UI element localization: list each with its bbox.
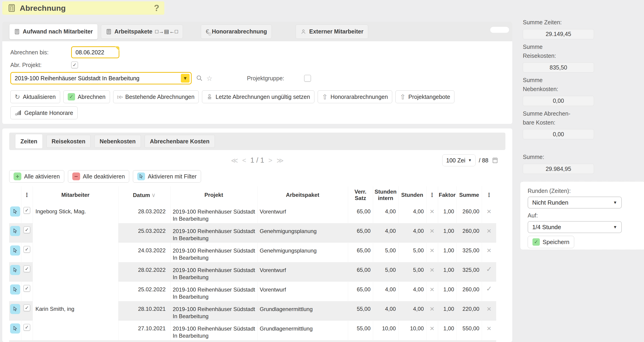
abrechnen-button[interactable]: ✓ Abrechnen bbox=[63, 90, 110, 103]
verr-satz-cell: 65,00 bbox=[348, 204, 373, 223]
favorite-star-icon[interactable]: ☆ bbox=[206, 74, 212, 82]
remove-summe-icon[interactable]: × bbox=[487, 246, 492, 255]
aktualisieren-button[interactable]: ↻ Aktualisieren bbox=[10, 90, 60, 103]
summe-reisekosten-label: Summe Reisekosten: bbox=[523, 42, 594, 60]
projekt-cell: 2019-100 Reihenhäuser Südstadt In Bearbe… bbox=[170, 262, 257, 282]
mitarbeiter-cell: Karin Smith, ing bbox=[32, 301, 118, 340]
tab-arbeitspakete[interactable]: Arbeitspakete □→▤←□ bbox=[101, 24, 183, 39]
alle-aktivieren-button[interactable]: + Alle aktivieren bbox=[9, 170, 64, 183]
remove-summe-icon[interactable]: × bbox=[487, 304, 492, 313]
header-stunden-intern[interactable]: Stunden intern bbox=[373, 186, 398, 204]
header-summe[interactable]: Summe bbox=[456, 186, 482, 204]
runden-select[interactable]: Nicht Runden ▼ bbox=[528, 197, 622, 209]
row-cursor-icon[interactable] bbox=[10, 265, 20, 275]
bestehende-abrechnungen-button[interactable]: ▷▷ Bestehende Abrechnungen bbox=[113, 90, 199, 103]
auf-select[interactable]: 1/4 Stunde ▼ bbox=[528, 221, 622, 233]
projektangebote-button[interactable]: ⇧ Projektangebote bbox=[396, 90, 454, 103]
tab-externer-mitarbeiter[interactable]: Externer Mitarbeiter bbox=[296, 24, 368, 39]
arrow-up-icon: ⇧ bbox=[400, 93, 406, 101]
search-icon[interactable] bbox=[196, 74, 203, 82]
tab-abrechenbare-kosten[interactable]: Abrechenbare Kosten bbox=[144, 135, 215, 148]
remove-stunden-icon[interactable]: × bbox=[430, 324, 434, 333]
header-stunden[interactable]: Stunden bbox=[398, 186, 426, 204]
remove-summe-icon[interactable]: × bbox=[487, 226, 492, 235]
letzte-abrechnungen-ungueltig-button[interactable]: Letzte Abrechnungen ungültig setzen bbox=[202, 90, 314, 103]
abrechnen-bis-input[interactable] bbox=[71, 46, 119, 58]
pagination-bar: ≪ < 1 / 1 > ≫ 100 Zei ▼ / 88 bbox=[9, 153, 506, 168]
table-grid-icon[interactable] bbox=[492, 157, 498, 164]
remove-stunden-icon[interactable]: × bbox=[430, 304, 434, 313]
tab-label: Arbeitspakete bbox=[114, 28, 152, 35]
summe-confirmed-icon[interactable]: ✓ bbox=[486, 265, 492, 273]
header-faktor[interactable]: Faktor bbox=[438, 186, 456, 204]
help-icon[interactable]: ? bbox=[154, 3, 159, 13]
column-menu-icon[interactable]: ⋮ bbox=[482, 186, 496, 204]
row-cursor-icon[interactable] bbox=[10, 226, 20, 236]
remove-stunden-icon[interactable]: × bbox=[430, 207, 434, 216]
remove-summe-icon[interactable]: × bbox=[487, 324, 492, 333]
header-verr-satz[interactable]: Verr. Satz bbox=[348, 186, 373, 204]
stunden-cell: 4,00 bbox=[398, 223, 426, 243]
header-mitarbeiter[interactable]: Mitarbeiter bbox=[32, 186, 118, 204]
column-menu-icon[interactable]: ⋮ bbox=[21, 186, 32, 204]
remove-stunden-icon[interactable]: × bbox=[430, 265, 434, 274]
tab-strip-scrollbar[interactable] bbox=[490, 27, 509, 33]
row-cursor-icon[interactable] bbox=[10, 206, 20, 217]
next-page-icon[interactable]: > bbox=[268, 156, 272, 164]
summe-confirmed-icon[interactable]: ✓ bbox=[486, 285, 492, 293]
arbeitspaket-cell: Vorentwurf bbox=[257, 282, 348, 301]
filter-form: Abrechnen bis: Abr. Projekt: ✓ 2019-100 … bbox=[2, 41, 512, 119]
row-checkbox[interactable]: ✓ bbox=[24, 324, 30, 331]
remove-stunden-icon[interactable]: × bbox=[430, 226, 434, 235]
remove-stunden-icon[interactable]: × bbox=[430, 285, 434, 294]
honorarabrechnungen-button[interactable]: ⇧ Honorarabrechnungen bbox=[318, 90, 392, 103]
row-cursor-icon[interactable] bbox=[10, 285, 20, 295]
prev-page-icon[interactable]: < bbox=[242, 156, 246, 164]
chevron-down-icon: ▼ bbox=[613, 225, 617, 230]
row-cursor-icon[interactable] bbox=[10, 324, 20, 334]
remove-summe-icon[interactable]: × bbox=[487, 207, 492, 216]
remove-stunden-icon[interactable]: × bbox=[430, 246, 434, 255]
tab-aufwand-nach-mitarbeiter[interactable]: Aufwand nach Mitarbeiter bbox=[9, 24, 98, 39]
row-cursor-icon[interactable] bbox=[10, 304, 20, 314]
stunden-intern-cell: 4,00 bbox=[373, 223, 398, 243]
stunden-cell: 4,00 bbox=[398, 204, 426, 223]
tab-zeiten[interactable]: Zeiten bbox=[15, 134, 43, 149]
row-checkbox[interactable]: ✓ bbox=[24, 285, 30, 292]
verr-satz-cell: 65,00 bbox=[348, 223, 373, 243]
stunden-intern-cell: 4,00 bbox=[373, 204, 398, 223]
geplante-honorare-button[interactable]: Geplante Honorare bbox=[10, 106, 78, 119]
column-menu-icon[interactable]: ⋮ bbox=[426, 186, 438, 204]
row-checkbox[interactable]: ✓ bbox=[24, 226, 30, 233]
row-checkbox[interactable]: ✓ bbox=[24, 246, 30, 253]
stamp-icon bbox=[206, 93, 213, 100]
stunden-intern-cell: 5,00 bbox=[373, 243, 398, 262]
tab-nebenkosten[interactable]: Nebenkosten bbox=[94, 135, 141, 148]
last-page-icon[interactable]: ≫ bbox=[276, 156, 284, 164]
row-checkbox[interactable]: ✓ bbox=[24, 265, 30, 272]
alle-deaktivieren-button[interactable]: − Alle deaktivieren bbox=[68, 170, 129, 183]
summe-abrechenbare-kosten-value: 0,00 bbox=[523, 129, 594, 139]
page-size-select[interactable]: 100 Zei ▼ bbox=[442, 154, 476, 166]
tab-honorarabrechnung[interactable]: €+ Honorarabrechnung bbox=[201, 24, 272, 39]
plus-icon: + bbox=[14, 172, 21, 180]
tab-reisekosten[interactable]: Reisekosten bbox=[46, 135, 91, 148]
row-cursor-icon[interactable] bbox=[10, 245, 20, 256]
header-datum[interactable]: Datum∨ bbox=[118, 186, 170, 204]
row-checkbox[interactable]: ✓ bbox=[24, 207, 30, 214]
arbeitspaket-cell: Grundlagenermittlung bbox=[257, 301, 348, 321]
abr-projekt-checkbox[interactable]: ✓ bbox=[71, 61, 78, 68]
summe-nebenkosten-label: Summe Nebenkosten: bbox=[523, 76, 594, 94]
chevron-down-icon[interactable]: ▼ bbox=[181, 74, 190, 83]
summe-cell: 260,00 bbox=[456, 223, 482, 243]
header-arbeitspaket[interactable]: Arbeitspaket bbox=[257, 186, 348, 204]
projektgruppe-checkbox[interactable] bbox=[304, 75, 311, 82]
projekt-combobox[interactable]: 2019-100 Reihenhäuser Südstadt In Bearbe… bbox=[10, 72, 192, 84]
row-checkbox[interactable]: ✓ bbox=[24, 304, 30, 311]
projekt-cell: 2019-100 Reihenhäuser Südstadt In Bearbe… bbox=[170, 204, 257, 223]
aktivieren-mit-filter-button[interactable]: Aktivieren mit Filter bbox=[133, 170, 201, 183]
minus-icon: − bbox=[72, 172, 80, 180]
header-projekt[interactable]: Projekt bbox=[170, 186, 257, 204]
first-page-icon[interactable]: ≪ bbox=[231, 156, 238, 164]
speichern-button[interactable]: ✓ Speichern bbox=[528, 236, 574, 248]
